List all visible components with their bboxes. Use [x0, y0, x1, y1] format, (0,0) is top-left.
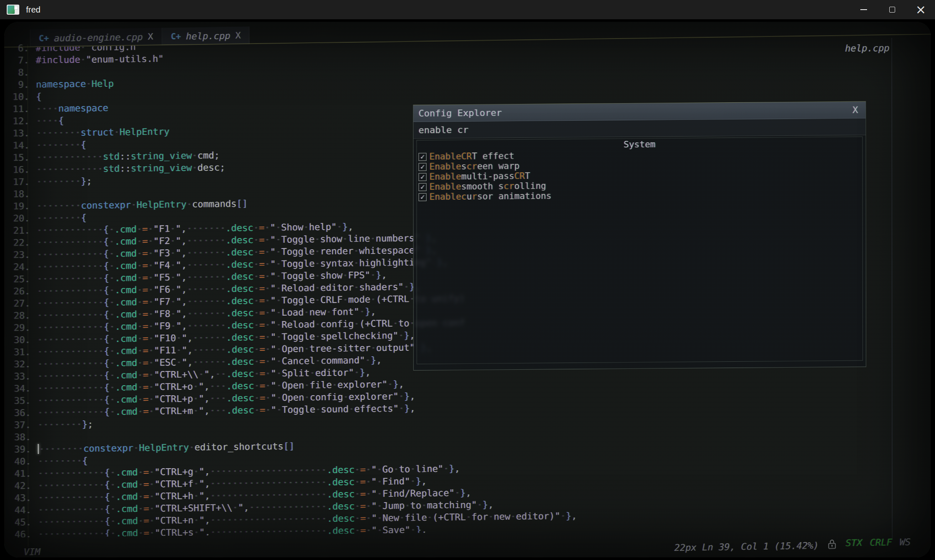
- line-number: 7.: [4, 54, 36, 67]
- maximize-icon: [889, 7, 895, 13]
- code-text: ············std::string_view·desc;: [36, 161, 226, 176]
- code-text: namespace·Help: [36, 78, 114, 91]
- app-icon: [7, 5, 19, 15]
- tab-label: help.cpp: [186, 30, 230, 41]
- line-number: 35.: [5, 394, 37, 407]
- code-text: {: [36, 91, 42, 103]
- maximize-button[interactable]: [878, 0, 906, 19]
- line-number: 14.: [4, 139, 36, 152]
- line-number: 29.: [4, 321, 37, 334]
- line-number: 15.: [4, 151, 36, 164]
- active-filename-overlay: help.cpp: [845, 43, 889, 54]
- line-number: 11.: [4, 103, 36, 115]
- line-number: 40.: [5, 455, 38, 468]
- line-number: 19.: [4, 200, 36, 213]
- editor-screen: C+audio-engine.cppXC+help.cppX help.cpp …: [4, 22, 931, 557]
- line-number: 27.: [4, 297, 37, 310]
- line-number: 39.: [5, 443, 38, 456]
- vim-mode-label: VIM: [24, 547, 41, 557]
- minimize-button[interactable]: [849, 0, 878, 19]
- dialog-inner-border: [417, 137, 863, 364]
- line-number: 34.: [5, 382, 37, 395]
- status-flag-ws: WS: [900, 537, 911, 547]
- window-title: fred: [26, 5, 40, 15]
- tab-audio-engine.cpp[interactable]: C+audio-engine.cppX: [30, 28, 162, 47]
- code-text: ········{: [36, 139, 86, 151]
- code-text: ········};: [37, 418, 93, 431]
- window-controls: ×: [849, 0, 935, 19]
- cpp-file-icon: C+: [171, 31, 181, 41]
- close-button[interactable]: ×: [906, 0, 935, 19]
- status-flag-crlf: CRLF: [870, 537, 892, 548]
- line-number: 33.: [5, 370, 37, 383]
- line-number: 46.: [5, 528, 38, 538]
- line-number: 42.: [5, 480, 38, 492]
- dialog-body: System ✓Enable CRT effect✓Enable screen …: [414, 136, 866, 370]
- config-explorer-dialog: Config Explorer X enable cr System ✓Enab…: [413, 101, 867, 371]
- code-text: ········{: [36, 212, 86, 224]
- line-number: 23.: [4, 249, 37, 261]
- line-number: 37.: [5, 419, 37, 431]
- dialog-title: Config Explorer: [419, 107, 502, 119]
- tab-label: audio-engine.cpp: [54, 31, 143, 43]
- code-text: ········};: [36, 175, 92, 188]
- line-number: 26.: [4, 285, 37, 298]
- code-text: ····namespace: [36, 102, 108, 115]
- line-number: 24.: [4, 261, 37, 273]
- line-number: 45.: [5, 516, 38, 529]
- config-search-input[interactable]: enable cr: [414, 119, 866, 139]
- line-number: 31.: [5, 346, 37, 358]
- tab-close-icon[interactable]: X: [148, 31, 153, 41]
- line-number: 22.: [4, 236, 37, 249]
- line-number: 9.: [4, 78, 36, 91]
- status-flag-stx: STX: [846, 537, 862, 548]
- line-number: 32.: [5, 358, 37, 371]
- status-position-label: 22px Ln 39, Col 1 (15.42%): [675, 540, 819, 552]
- line-number: 30.: [5, 334, 37, 346]
- line-number: 17.: [4, 176, 36, 188]
- tab-help.cpp[interactable]: C+help.cppX: [162, 26, 250, 45]
- line-number: 16.: [4, 163, 36, 176]
- line-number: 41.: [5, 467, 38, 480]
- code-text: #include·"enum-utils.h": [36, 52, 164, 66]
- line-number: 18.: [4, 188, 36, 200]
- line-number: 36.: [5, 407, 37, 419]
- titlebar[interactable]: fred ×: [0, 0, 935, 19]
- status-bar: VIM 22px Ln 39, Col 1 (15.42%) STXCRLFWS: [24, 538, 911, 557]
- minimize-icon: [860, 9, 867, 10]
- line-number: 25.: [4, 273, 37, 285]
- tab-close-icon[interactable]: X: [235, 31, 241, 41]
- crt-frame: C+audio-engine.cppXC+help.cppX help.cpp …: [0, 19, 935, 560]
- lock-icon: [827, 539, 837, 552]
- code-text: ········{: [38, 455, 88, 467]
- line-number: 8.: [4, 66, 36, 79]
- code-text: ········struct·HelpEntry: [36, 125, 169, 139]
- line-number: 21.: [4, 224, 36, 237]
- line-number: 12.: [4, 115, 36, 127]
- line-number: 28.: [4, 309, 37, 322]
- line-number: 20.: [4, 212, 36, 225]
- line-number: 38.: [5, 431, 38, 443]
- line-number: 10.: [4, 91, 36, 103]
- close-icon: ×: [915, 3, 926, 16]
- code-text: ········constexpr·HelpEntry·commands[]: [36, 197, 247, 212]
- cpp-file-icon: C+: [39, 33, 49, 43]
- line-number: 43.: [5, 492, 38, 504]
- line-number: 44.: [5, 504, 38, 516]
- line-number: 13.: [4, 127, 36, 140]
- code-text: ····{: [36, 114, 64, 127]
- dialog-close-button[interactable]: X: [850, 105, 860, 115]
